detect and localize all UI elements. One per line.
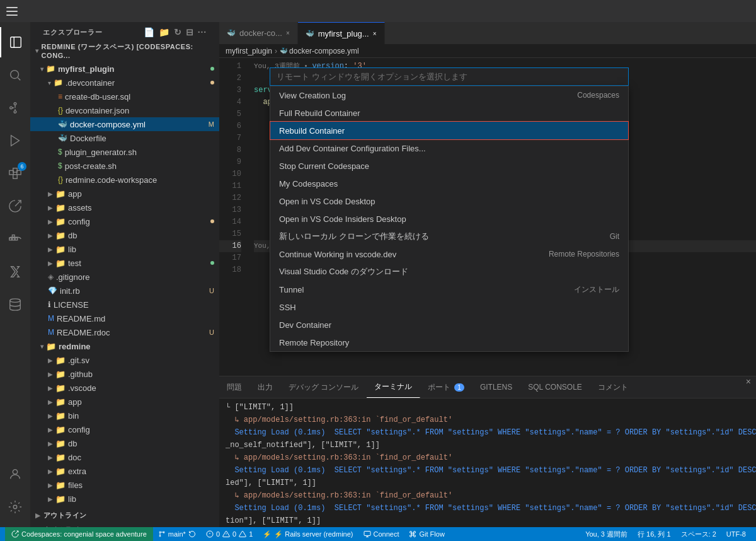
workspace-section-header[interactable]: ▾ REDMINE (ワークスペース) [CODESPACES: CONG... [30,40,219,62]
tree-item-assets[interactable]: ▶ 📁 assets [30,201,219,214]
menu-icon[interactable] [6,7,18,16]
status-line-col[interactable]: 行 16, 列 1 [633,530,676,539]
tree-item-config[interactable]: ▶ 📁 config [30,214,219,228]
svg-point-1 [11,71,19,79]
tree-item-files[interactable]: ▶ 📁 files [30,478,219,492]
dropdown-container: View Creation Log Codespaces Full Rebuil… [270,67,756,352]
sidebar-header-icons[interactable]: 📄 📁 ↻ ⊟ ··· [144,27,207,37]
tree-item-redmine-lib[interactable]: ▶ 📁 lib [30,492,219,506]
collapse-icon[interactable]: ⊟ [186,27,194,37]
git-activity-icon[interactable] [0,93,30,123]
tree-item-readme-rdoc[interactable]: M README.rdoc U [30,325,219,339]
explorer-activity-icon[interactable] [0,27,30,57]
status-connect[interactable]: Connect [358,527,404,541]
status-encoding[interactable]: UTF-8 [721,530,751,538]
status-rails-server[interactable]: ⚡ ⚡ Rails server (redmine) [258,527,358,541]
outline-section[interactable]: ▶ アウトライン [30,508,219,523]
status-remote[interactable]: Codespaces: congenial space adventure [5,527,153,541]
tree-item-docker-compose[interactable]: 🐳 docker-compose.yml M [30,117,219,131]
tree-item-app[interactable]: ▶ 📁 app [30,187,219,201]
alert-icon [239,530,246,538]
tree-item-bin[interactable]: ▶ 📁 bin [30,409,219,422]
dropdown-item-full-rebuild[interactable]: Full Rebuild Container [270,104,628,122]
dropdown-item-new-local-clone[interactable]: 新しいローカル クローンで作業を続ける Git [270,228,628,245]
status-branch[interactable]: main* [153,527,201,541]
panel-tab-gitlens[interactable]: GITLENS [472,376,520,398]
tree-item-db[interactable]: ▶ 📁 db [30,228,219,242]
tree-item-create-db-user[interactable]: ≡ create-db-user.sql [30,90,219,103]
modified-indicator: M [209,120,214,128]
settings-activity-icon[interactable] [0,492,30,522]
panel-tab-terminal[interactable]: ターミナル [367,376,420,398]
status-author[interactable]: You, 3 週間前 [580,530,633,539]
tab-myfirst-plugin[interactable]: 🐳 myfirst_plug... × [298,22,385,44]
new-file-icon[interactable]: 📄 [144,27,155,37]
extensions-activity-icon[interactable]: 6 [0,158,30,189]
dropdown-item-dev-container[interactable]: Dev Container [270,316,628,334]
tree-item-extra[interactable]: ▶ 📁 extra [30,464,219,478]
tab-docker-compose[interactable]: 🐳 docker-co... × [219,22,298,44]
dropdown-item-my-codespaces[interactable]: My Codespaces [270,175,628,192]
tree-item-license[interactable]: ℹ LICENSE [30,298,219,311]
tree-item-redmine-app[interactable]: ▶ 📁 app [30,395,219,409]
svg-marker-5 [11,136,20,146]
status-errors[interactable]: 0 0 1 [201,527,258,541]
tree-item-plugin-gen[interactable]: $ plugin_generator.sh [30,145,219,159]
timeline-section[interactable]: ▶ タイムライン [30,523,219,527]
tree-item-dockerfile[interactable]: 🐳 Dockerfile [30,131,219,145]
dropdown-item-remote-repository[interactable]: Remote Repository [270,334,628,351]
tree-item-redmine-config[interactable]: ▶ 📁 config [30,422,219,436]
tree-item-myfirst-plugin[interactable]: ▾ 📁 myfirst_plugin [30,62,219,76]
dropdown-item-open-vscode-insiders[interactable]: Open in VS Code Insiders Desktop [270,210,628,228]
dropdown-item-open-vscode[interactable]: Open in VS Code Desktop [270,192,628,210]
tree-item-redmine-workspace[interactable]: {} redmine.code-workspace [30,173,219,187]
panel-close-button[interactable]: × [741,376,756,398]
test-activity-icon[interactable] [0,257,30,287]
tree-item-doc[interactable]: ▶ 📁 doc [30,450,219,464]
tree-item-gitignore[interactable]: ◈ .gitignore [30,270,219,284]
dropdown-item-stop-codespace[interactable]: Stop Current Codespace [270,157,628,175]
panel-tab-sql-console[interactable]: SQL CONSOLE [520,376,590,398]
terminal-line: Setting Load (0.1ms) SELECT "settings".*… [219,464,756,477]
tree-item-github[interactable]: ▶ 📁 .github [30,367,219,381]
tree-item-vscode[interactable]: ▶ 📁 .vscode [30,381,219,395]
status-bar-right: You, 3 週間前 行 16, 列 1 スペース: 2 UTF-8 [580,530,751,539]
tree-item-devcontainer[interactable]: ▾ 📁 .devcontainer [30,76,219,90]
dropdown-item-add-dev-container[interactable]: Add Dev Container Configuration Files... [270,139,628,157]
tree-item-git-sv[interactable]: ▶ 📁 .git.sv [30,353,219,367]
tree-item-lib[interactable]: ▶ 📁 lib [30,242,219,256]
remote-activity-icon[interactable] [0,191,30,221]
tree-item-test[interactable]: ▶ 📁 test [30,256,219,270]
new-folder-icon[interactable]: 📁 [159,27,170,37]
panel-tab-output[interactable]: 出力 [250,376,281,398]
svg-point-14 [10,299,21,303]
dropdown-item-continue-vscode-dev[interactable]: Continue Working in vscode.dev Remote Re… [270,245,628,263]
tree-item-redmine-root[interactable]: ▾ 📁 redmine [30,339,219,353]
panel-tab-problems[interactable]: 問題 [219,376,250,398]
more-options-icon[interactable]: ··· [198,27,207,37]
command-search-input[interactable] [277,72,622,81]
panel-content[interactable]: └ ["LIMIT", 1]] ↳ app/models/setting.rb:… [219,398,756,527]
tree-item-redmine-db[interactable]: ▶ 📁 db [30,436,219,450]
panel-tab-ports[interactable]: ポート 1 [420,376,472,398]
dropdown-item-rebuild[interactable]: Rebuild Container [270,122,628,139]
tree-item-init-rb[interactable]: 💎 init.rb U [30,284,219,298]
panel-tab-debug-console[interactable]: デバッグ コンソール [281,376,367,398]
dropdown-item-tunnel[interactable]: Tunnel インストール [270,281,628,298]
search-activity-icon[interactable] [0,60,30,90]
dropdown-item-download-vscode[interactable]: Visual Studio Code のダウンロード [270,263,628,281]
tree-item-post-create[interactable]: $ post-create.sh [30,159,219,173]
refresh-icon[interactable]: ↻ [174,27,182,37]
docker-activity-icon[interactable] [0,224,30,254]
panel-tab-comments[interactable]: コメント [590,376,636,398]
account-activity-icon[interactable] [0,459,30,489]
tree-item-readme-md[interactable]: M README.md [30,311,219,325]
dropdown-item-ssh[interactable]: SSH [270,298,628,316]
dropdown-item-view-creation-log[interactable]: View Creation Log Codespaces [270,86,628,104]
tree-item-devcontainer-json[interactable]: {} devcontainer.json [30,103,219,117]
status-spaces[interactable]: スペース: 2 [676,530,721,539]
database-activity-icon[interactable] [0,289,30,320]
status-git-flow[interactable]: Git Flow [404,527,449,541]
run-activity-icon[interactable] [0,125,30,156]
command-search-container[interactable] [270,67,629,86]
